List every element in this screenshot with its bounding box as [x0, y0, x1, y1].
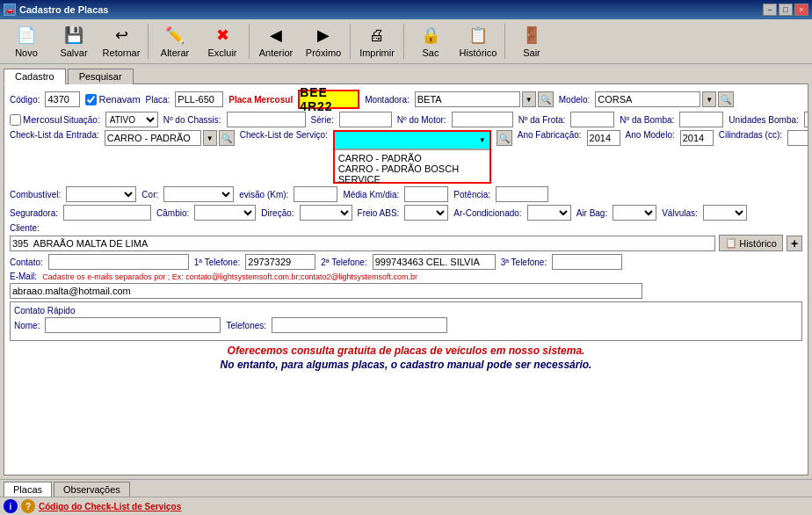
- cliente-label: Cliente:: [10, 223, 40, 233]
- maximize-button[interactable]: □: [779, 4, 793, 16]
- placa-label: Placa:: [146, 95, 170, 105]
- nome-input[interactable]: [45, 317, 221, 333]
- proximo-label: Próximo: [306, 47, 341, 58]
- ubomba-input[interactable]: [804, 112, 808, 127]
- combustivel-select[interactable]: [66, 186, 136, 202]
- ar-label: Ar-Condicionado:: [453, 208, 521, 218]
- tel1-input[interactable]: [245, 254, 315, 270]
- cliente-historico-btn[interactable]: 📋 Histórico: [719, 235, 783, 251]
- tab-cadastro[interactable]: Cadastro: [4, 69, 66, 84]
- tel2-input[interactable]: [373, 254, 496, 270]
- potencia-input[interactable]: [496, 186, 548, 202]
- cambio-label: Câmbio:: [156, 208, 189, 218]
- sac-label: Sac: [423, 47, 439, 58]
- mercosul-checkbox-wrap[interactable]: Mercosul: [10, 114, 58, 126]
- media-km-input[interactable]: [404, 186, 448, 202]
- checklist-entrada-search[interactable]: 🔍: [219, 130, 235, 146]
- montadora-search-btn[interactable]: 🔍: [538, 91, 554, 107]
- renavam-checkbox[interactable]: [85, 94, 97, 105]
- revisao-input[interactable]: [294, 186, 337, 202]
- modelo-input[interactable]: [595, 91, 700, 107]
- direcao-select[interactable]: [300, 205, 352, 221]
- email-label: E-Mail:: [10, 272, 37, 281]
- bottom-tab-observacoes[interactable]: Observações: [54, 482, 130, 497]
- minimize-button[interactable]: −: [763, 4, 777, 16]
- mercosul-checkbox[interactable]: [10, 114, 21, 126]
- potencia-label: Potência:: [453, 190, 490, 199]
- checklist-item-1[interactable]: CARRO - PADRÃO BOSCH SERVICE: [335, 166, 489, 182]
- codigo-label: Código:: [10, 95, 40, 105]
- checklist-entrada-input[interactable]: [105, 130, 201, 146]
- modelo-dropdown-btn[interactable]: ▼: [702, 91, 716, 107]
- motor-label: Nº do Motor:: [397, 115, 446, 125]
- checklist-entrada-dropdown[interactable]: ▼: [203, 130, 217, 146]
- seguradora-label: Seguradora:: [10, 208, 58, 218]
- tabs-bar: Cadastro Pesquisar: [0, 64, 812, 83]
- tab-pesquisar[interactable]: Pesquisar: [68, 69, 134, 84]
- valvulas-select[interactable]: [703, 205, 747, 221]
- ano-modelo-input[interactable]: [680, 130, 714, 146]
- retornar-label: Retornar: [103, 47, 141, 58]
- montadora-label: Montadora:: [365, 95, 410, 105]
- frota-input[interactable]: [570, 112, 614, 127]
- close-button[interactable]: ×: [794, 4, 808, 16]
- excluir-button[interactable]: ✖ Excluir: [199, 21, 245, 62]
- ano-modelo-label: Ano Modelo:: [626, 130, 675, 140]
- alterar-button[interactable]: ✏️ Alterar: [152, 21, 198, 62]
- airbag-select[interactable]: [613, 205, 656, 221]
- info-button[interactable]: i: [4, 499, 18, 513]
- serie-input[interactable]: [339, 112, 392, 127]
- sac-button[interactable]: 🔒 Sac: [408, 21, 453, 62]
- email-input[interactable]: [10, 283, 642, 299]
- combustivel-label: Combustível:: [10, 190, 61, 199]
- status-text[interactable]: Código do Check-List de Serviços: [39, 502, 181, 511]
- imprimir-button[interactable]: 🖨 Imprimir: [354, 21, 400, 62]
- cliente-input[interactable]: [10, 236, 715, 251]
- tel3-input[interactable]: [552, 254, 622, 270]
- montadora-input[interactable]: [415, 91, 520, 107]
- add-cliente-btn[interactable]: +: [787, 236, 802, 251]
- proximo-button[interactable]: ▶ Próximo: [301, 21, 346, 62]
- placa-input[interactable]: [175, 91, 223, 107]
- bottom-tab-placas[interactable]: Placas: [4, 482, 52, 497]
- contato-input[interactable]: [48, 254, 189, 270]
- tel1-label: 1ª Telefone:: [194, 258, 240, 267]
- montadora-dropdown-btn[interactable]: ▼: [522, 91, 536, 107]
- checklist-servico-search[interactable]: 🔍: [497, 130, 512, 146]
- retornar-button[interactable]: ↩ Retornar: [98, 21, 144, 62]
- alterar-label: Alterar: [161, 47, 189, 58]
- cilindradas-input[interactable]: [787, 130, 808, 146]
- novo-button[interactable]: 📄 Novo: [4, 21, 49, 62]
- telefones-input[interactable]: [272, 317, 447, 333]
- seguradora-input[interactable]: [63, 205, 151, 221]
- ar-select[interactable]: [527, 205, 571, 221]
- anterior-button[interactable]: ◀ Anterior: [253, 21, 299, 62]
- renavam-checkbox-wrap[interactable]: Renavam: [85, 94, 140, 105]
- question-button[interactable]: ?: [21, 499, 35, 513]
- placa-mercosul-value: BEE 4R22: [298, 90, 359, 109]
- checklist-servico-label: Check-List de Serviço:: [240, 130, 328, 140]
- motor-input[interactable]: [452, 112, 513, 127]
- separator-2: [249, 24, 250, 59]
- bomba-input[interactable]: [679, 112, 723, 127]
- sair-button[interactable]: 🚪 Sair: [509, 21, 555, 62]
- excluir-label: Excluir: [207, 47, 236, 58]
- window-title: Cadastro de Placas: [19, 4, 109, 15]
- proximo-icon: ▶: [313, 25, 334, 46]
- codigo-input[interactable]: [45, 91, 80, 107]
- cor-select[interactable]: [163, 186, 234, 202]
- alterar-icon: ✏️: [164, 25, 185, 46]
- modelo-search-btn[interactable]: 🔍: [718, 91, 734, 107]
- checklist-servico-dropdown-btn[interactable]: ▼: [475, 133, 489, 149]
- historico-button[interactable]: 📋 Histórico: [455, 21, 501, 62]
- freio-abs-select[interactable]: [404, 205, 448, 221]
- media-km-label: Média Km/dia:: [343, 190, 399, 199]
- situacao-select[interactable]: ATIVO: [105, 112, 158, 127]
- checklist-dropdown-list: CARRO - PADRÃO CARRO - PADRÃO BOSCH SERV…: [335, 149, 489, 182]
- chassis-input[interactable]: [227, 112, 306, 127]
- ano-fab-input[interactable]: [587, 130, 620, 146]
- salvar-button[interactable]: 💾 Salvar: [51, 21, 97, 62]
- cambio-select[interactable]: [194, 205, 256, 221]
- checklist-servico-input[interactable]: [335, 133, 475, 149]
- app-icon: 🚗: [4, 4, 16, 16]
